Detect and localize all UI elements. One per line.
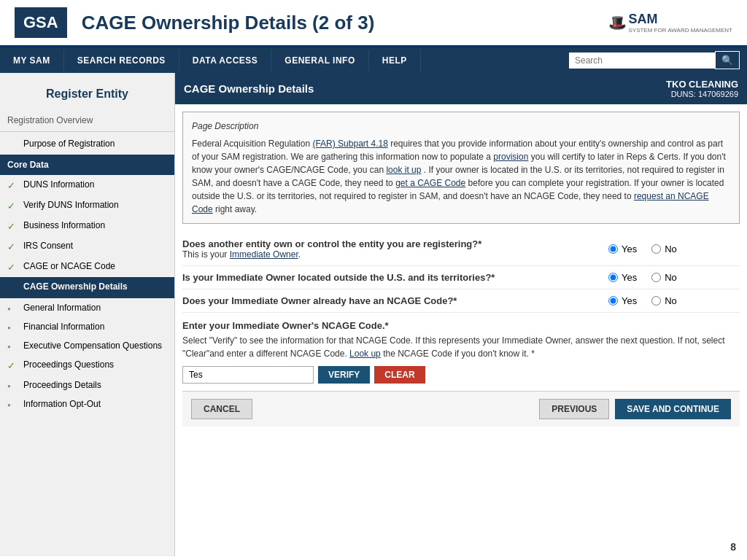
check-icon: ✓ xyxy=(7,241,20,252)
sidebar-item-proceedings-q[interactable]: ✓ Proceedings Questions xyxy=(0,355,174,376)
sidebar-item-info-opt-out[interactable]: ● Information Opt-Out xyxy=(0,394,174,413)
question-3-row: Does your Immediate Owner already have a… xyxy=(182,289,740,313)
page-number: 8 xyxy=(730,541,736,553)
company-name: TKO CLEANING xyxy=(666,79,738,90)
look-it-up-link[interactable]: look it up xyxy=(386,165,421,175)
nav-my-sam[interactable]: MY SAM xyxy=(0,50,64,71)
page-header: GSA CAGE Ownership Details (2 of 3) 🎩 SA… xyxy=(0,0,747,47)
check-icon: ✓ xyxy=(7,180,20,191)
sidebar-item-cage-ncage[interactable]: ✓ CAGE or NCAGE Code xyxy=(0,257,174,277)
q1-no-radio[interactable] xyxy=(651,244,661,254)
ncage-lookup-link[interactable]: Look up xyxy=(349,349,381,359)
sidebar-label: Verify DUNS Information xyxy=(23,200,167,210)
q2-no-label[interactable]: No xyxy=(651,272,677,283)
nav-data-access[interactable]: DATA ACCESS xyxy=(179,50,272,71)
sidebar-title: Register Entity xyxy=(0,80,174,112)
sidebar-item-purpose[interactable]: Purpose of Registration xyxy=(0,134,174,155)
save-continue-button[interactable]: SAVE AND CONTINUE xyxy=(615,399,731,419)
sidebar-item-financial-info[interactable]: ● Financial Information xyxy=(0,317,174,336)
content-header-title: CAGE Ownership Details xyxy=(184,82,314,95)
q2-no-text: No xyxy=(665,272,677,283)
sidebar-label: Executive Compensation Questions xyxy=(23,341,167,351)
nav-bar: MY SAM SEARCH RECORDS DATA ACCESS GENERA… xyxy=(0,47,747,73)
question-1-controls: Yes No xyxy=(608,244,740,254)
sidebar-label: Financial Information xyxy=(23,322,167,332)
sidebar-item-verify-duns[interactable]: ✓ Verify DUNS Information xyxy=(0,195,174,216)
far-link[interactable]: (FAR) Subpart 4.18 xyxy=(312,139,387,149)
check-icon: ✓ xyxy=(7,262,20,273)
sidebar-item-irs[interactable]: ✓ IRS Consent xyxy=(0,236,174,257)
sidebar-label: IRS Consent xyxy=(23,241,167,251)
sidebar-item-exec-comp[interactable]: ● Executive Compensation Questions xyxy=(0,336,174,355)
duns-label: DUNS: xyxy=(671,90,696,98)
sidebar-label: Proceedings Details xyxy=(23,380,167,390)
ncage-section: Enter your Immediate Owner's NCAGE Code.… xyxy=(182,320,740,384)
q3-yes-radio[interactable] xyxy=(608,296,618,306)
sam-hat-icon: 🎩 xyxy=(608,14,627,31)
previous-button[interactable]: PREVIOUS xyxy=(539,399,609,419)
q1-no-label[interactable]: No xyxy=(651,244,677,254)
immediate-owner-link[interactable]: Immediate Owner xyxy=(230,249,298,260)
content-body: Page Description Federal Acquisition Reg… xyxy=(175,104,747,434)
search-button[interactable]: 🔍 xyxy=(715,51,740,69)
provision-link[interactable]: provision xyxy=(493,152,528,162)
question-2-controls: Yes No xyxy=(608,272,740,283)
question-1-row: Does another entity own or control the e… xyxy=(182,233,740,266)
nav-help[interactable]: HELP xyxy=(369,50,421,71)
sidebar-label: Information Opt-Out xyxy=(23,399,167,409)
dot-icon: ● xyxy=(7,383,20,389)
ncage-code-input[interactable] xyxy=(182,366,314,384)
sidebar-item-overview[interactable]: Registration Overview xyxy=(0,112,174,129)
q2-yes-text: Yes xyxy=(622,272,637,283)
duns-info: DUNS: 147069269 xyxy=(666,90,738,98)
clear-button[interactable]: CLEAR xyxy=(374,366,425,384)
nav-search-records[interactable]: SEARCH RECORDS xyxy=(64,50,179,71)
nav-search-area: 🔍 xyxy=(562,47,747,73)
sidebar-item-general-info[interactable]: ● General Information xyxy=(0,298,174,317)
page-description-title: Page Description xyxy=(192,120,730,133)
verify-button[interactable]: VERIFY xyxy=(318,366,370,384)
search-input[interactable] xyxy=(569,52,715,69)
content-area: CAGE Ownership Details TKO CLEANING DUNS… xyxy=(175,73,747,556)
sidebar-section-label: Core Data xyxy=(7,160,167,170)
q2-no-radio[interactable] xyxy=(651,273,661,282)
q3-no-label[interactable]: No xyxy=(651,295,677,306)
check-icon: ✓ xyxy=(7,360,20,371)
nav-general-info[interactable]: GENERAL INFO xyxy=(271,50,368,71)
arrow-icon: → xyxy=(7,282,20,294)
get-cage-link[interactable]: get a CAGE Code xyxy=(395,178,465,188)
sidebar-item-business-info[interactable]: ✓ Business Information xyxy=(0,216,174,236)
sidebar-label: CAGE or NCAGE Code xyxy=(23,261,167,271)
sidebar-label: Purpose of Registration xyxy=(23,139,167,149)
q3-yes-text: Yes xyxy=(622,295,637,306)
dot-icon: ● xyxy=(7,343,20,350)
sidebar-label: Proceedings Questions xyxy=(23,359,167,370)
sidebar: Register Entity Registration Overview Pu… xyxy=(0,73,175,556)
ncage-title: Enter your Immediate Owner's NCAGE Code.… xyxy=(182,320,740,331)
q1-yes-text: Yes xyxy=(622,244,637,254)
sam-logo: 🎩 SAM SYSTEM FOR AWARD MANAGEMENT xyxy=(608,12,732,34)
q3-no-radio[interactable] xyxy=(651,296,661,306)
request-ncage-link[interactable]: request an NCAGE Code xyxy=(192,191,709,214)
content-header: CAGE Ownership Details TKO CLEANING DUNS… xyxy=(175,73,747,104)
check-icon: ✓ xyxy=(7,201,20,211)
page-description-text: Federal Acquisition Regulation (FAR) Sub… xyxy=(192,137,730,216)
page-title: CAGE Ownership Details (2 of 3) xyxy=(82,12,609,34)
sidebar-item-duns[interactable]: ✓ DUNS Information xyxy=(0,175,174,195)
q1-yes-radio[interactable] xyxy=(608,244,618,254)
sidebar-section-core-data: Core Data xyxy=(0,155,174,175)
q2-yes-radio[interactable] xyxy=(608,273,618,282)
sidebar-item-cage-ownership[interactable]: → CAGE Ownership Details xyxy=(0,277,174,298)
cancel-button[interactable]: CANCEL xyxy=(191,399,252,419)
gsa-logo: GSA xyxy=(15,7,67,38)
ncage-input-row: VERIFY CLEAR xyxy=(182,366,740,384)
sam-logo-subtitle: SYSTEM FOR AWARD MANAGEMENT xyxy=(628,27,732,34)
sidebar-item-proceedings-d[interactable]: ● Proceedings Details xyxy=(0,376,174,394)
page-description-box: Page Description Federal Acquisition Reg… xyxy=(182,112,740,224)
sidebar-label: Business Information xyxy=(23,220,167,230)
duns-number: 147069269 xyxy=(698,90,738,98)
q1-yes-label[interactable]: Yes xyxy=(608,244,637,254)
q1-no-text: No xyxy=(665,244,677,254)
q3-yes-label[interactable]: Yes xyxy=(608,295,637,306)
q2-yes-label[interactable]: Yes xyxy=(608,272,637,283)
